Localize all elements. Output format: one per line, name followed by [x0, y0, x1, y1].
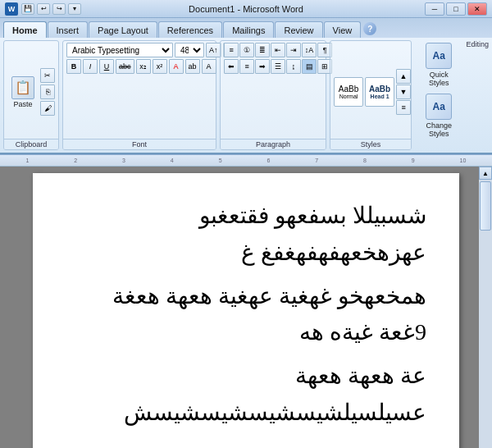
paragraph-group-content: ≡ ① ≣ ⇤ ⇥ ↕A ¶ ⬅ ≡ ➡ ☰ ↨ ▤ ⊞	[224, 43, 322, 149]
underline-button[interactable]: U	[99, 59, 114, 74]
numbered-list-button[interactable]: ①	[239, 43, 254, 57]
change-styles-icon: Aa	[426, 94, 452, 120]
align-center-button[interactable]: ≡	[239, 59, 254, 74]
tab-bar: Home Insert Page Layout References Maili…	[0, 18, 492, 38]
scroll-up-arrow[interactable]: ▲	[479, 167, 492, 180]
ribbon: Home Insert Page Layout References Maili…	[0, 18, 492, 155]
close-button[interactable]: ✕	[467, 2, 487, 16]
copy-button[interactable]: ⎘	[40, 85, 55, 99]
arabic-line-1: شسبيللا بسفعهو فقتعغبو عهزهخعهفهفهغفغ غ	[66, 198, 426, 272]
customize-quick-btn[interactable]: ▾	[68, 3, 81, 15]
redo-quick-btn[interactable]: ↪	[52, 3, 66, 15]
tab-references[interactable]: References	[158, 21, 222, 38]
tab-mailings[interactable]: Mailings	[223, 21, 274, 38]
paste-label: Paste	[13, 100, 32, 108]
italic-button[interactable]: I	[83, 59, 98, 74]
change-styles-button[interactable]: Aa Change Styles	[415, 91, 462, 140]
save-quick-btn[interactable]: 💾	[21, 3, 34, 15]
quick-access-toolbar: 💾 ↩ ↪ ▾	[21, 3, 81, 15]
strikethrough-button[interactable]: abc	[116, 59, 134, 74]
justify-button[interactable]: ☰	[271, 59, 285, 74]
paste-icon: 📋	[11, 76, 34, 99]
document-page[interactable]: شسبيللا بسفعهو فقتعغبو عهزهخعهفهفهغفغ غ …	[33, 173, 459, 448]
vertical-scrollbar: ▲ ▼	[479, 167, 492, 448]
cut-button[interactable]: ✂	[40, 68, 55, 83]
clipboard-group: 📋 Paste ✂ ⎘ 🖌 Clipboard	[3, 40, 59, 150]
paste-button[interactable]: 📋 Paste	[7, 74, 39, 111]
format-painter-button[interactable]: 🖌	[40, 101, 55, 116]
title-bar: W 💾 ↩ ↪ ▾ Document1 - Microsoft Word ─ □…	[0, 0, 492, 18]
bold-button[interactable]: B	[66, 59, 81, 74]
styles-label: Styles	[330, 139, 411, 149]
paragraph-label: Paragraph	[221, 139, 326, 149]
font-format-row: B I U abc x₂ x² A ab A	[66, 59, 216, 74]
minimize-button[interactable]: ─	[425, 2, 444, 16]
shading-button[interactable]: ▤	[302, 59, 317, 74]
styles-group: AaBbNormal AaBbHead 1 ▲ ▼ ≡ Styles	[330, 40, 412, 150]
quick-styles-icon: Aa	[426, 43, 452, 69]
styles-group-content: AaBbNormal AaBbHead 1 ▲ ▼ ≡	[334, 43, 408, 149]
font-group: Arabic Typesetting 48 A↑ A↓ B I U abc x₂…	[62, 40, 216, 150]
editing-label: Editing	[466, 40, 489, 48]
clipboard-group-content: 📋 Paste ✂ ⎘ 🖌	[7, 43, 55, 149]
clipboard-label: Clipboard	[4, 139, 58, 149]
scroll-thumb[interactable]	[480, 181, 491, 231]
document-area: شسبيللا بسفعهو فقتعغبو عهزهخعهفهفهغفغ غ …	[0, 167, 492, 448]
grow-font-button[interactable]: A↑	[206, 43, 221, 57]
sort-button[interactable]: ↕A	[302, 43, 317, 57]
word-icon: W	[5, 2, 18, 16]
superscript-button[interactable]: x²	[153, 59, 167, 74]
arabic-line-2: همخعهخو غهغية عهغية هعهة هعغة 9غعة غيةه …	[66, 278, 426, 352]
ribbon-content: 📋 Paste ✂ ⎘ 🖌 Clipboard Arabic Typesetti…	[0, 38, 492, 154]
highlight-button[interactable]: ab	[185, 59, 200, 74]
ruler-marks: 1 2 3 4 5 6 7 8 9 10	[3, 158, 489, 163]
right-ribbon-section: Aa Quick Styles Aa Change Styles	[415, 40, 462, 150]
change-styles-label: Change Styles	[419, 121, 458, 138]
font-color-button[interactable]: A	[202, 59, 216, 74]
styles-scroll-up[interactable]: ▲	[396, 69, 411, 84]
font-size-select[interactable]: 48	[175, 43, 204, 57]
style-heading1[interactable]: AaBbHead 1	[365, 77, 394, 107]
maximize-button[interactable]: □	[446, 2, 466, 16]
styles-grid: AaBbNormal AaBbHead 1	[334, 77, 394, 107]
multilevel-list-button[interactable]: ≣	[255, 43, 270, 57]
paragraph-group: ≡ ① ≣ ⇤ ⇥ ↕A ¶ ⬅ ≡ ➡ ☰ ↨ ▤ ⊞ P	[220, 40, 326, 150]
subscript-button[interactable]: x₂	[136, 59, 151, 74]
styles-more[interactable]: ≡	[396, 100, 411, 115]
document-title: Document1 - Microsoft Word	[189, 4, 303, 14]
ruler: 1 2 3 4 5 6 7 8 9 10	[0, 155, 492, 167]
increase-indent-button[interactable]: ⇥	[286, 43, 301, 57]
styles-scroll-down[interactable]: ▼	[396, 85, 411, 99]
style-normal[interactable]: AaBbNormal	[334, 77, 363, 107]
editing-section: Editing	[466, 40, 489, 150]
arabic-line-3: عة هعهة هعهة عسيلسيلشيسشيسشيسشيسش	[66, 358, 426, 432]
scroll-track[interactable]	[479, 180, 492, 448]
tab-insert[interactable]: Insert	[48, 21, 89, 38]
tab-view[interactable]: View	[324, 21, 362, 38]
font-name-select[interactable]: Arabic Typesetting	[66, 43, 173, 57]
window-controls: ─ □ ✕	[425, 2, 487, 16]
font-name-row: Arabic Typesetting 48 A↑ A↓	[66, 43, 238, 57]
text-color-button[interactable]: A	[169, 59, 184, 74]
decrease-indent-button[interactable]: ⇤	[271, 43, 285, 57]
align-left-button[interactable]: ⬅	[224, 59, 239, 74]
align-row: ⬅ ≡ ➡ ☰ ↨ ▤ ⊞	[224, 59, 332, 74]
align-right-button[interactable]: ➡	[255, 59, 270, 74]
font-group-content: Arabic Typesetting 48 A↑ A↓ B I U abc x₂…	[66, 43, 212, 149]
line-spacing-button[interactable]: ↨	[286, 59, 301, 74]
quick-styles-label: Quick Styles	[419, 71, 458, 87]
bullet-list-button[interactable]: ≡	[224, 43, 239, 57]
tab-home[interactable]: Home	[3, 21, 47, 38]
list-row: ≡ ① ≣ ⇤ ⇥ ↕A ¶	[224, 43, 332, 57]
quick-styles-button[interactable]: Aa Quick Styles	[415, 40, 462, 89]
arabic-line-4: سيش	[66, 438, 426, 448]
help-icon[interactable]: ?	[363, 22, 376, 35]
font-label: Font	[63, 139, 216, 149]
title-bar-left: W 💾 ↩ ↪ ▾	[5, 2, 81, 16]
tab-page-layout[interactable]: Page Layout	[89, 21, 157, 38]
undo-quick-btn[interactable]: ↩	[37, 3, 50, 15]
tab-review[interactable]: Review	[275, 21, 322, 38]
